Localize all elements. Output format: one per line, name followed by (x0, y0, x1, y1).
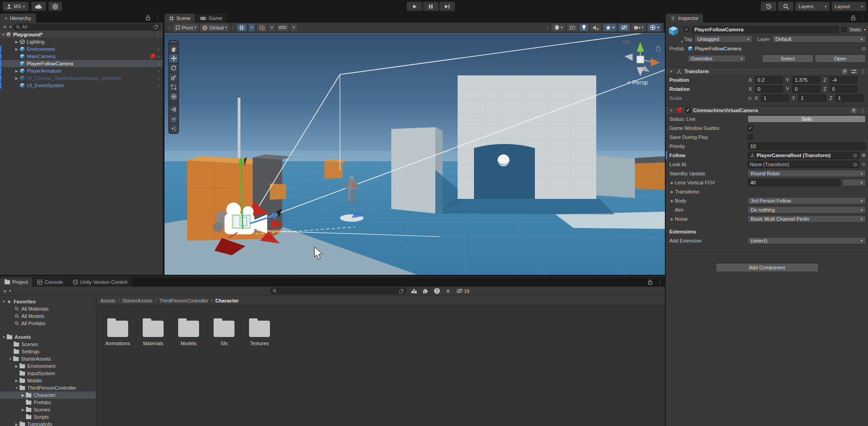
gizmos-dropdown[interactable]: ▾ (648, 24, 661, 31)
foldout-expanded-icon[interactable]: ▼ (14, 386, 20, 390)
tag-dropdown[interactable]: Untagged▾ (694, 35, 753, 43)
kebab-icon[interactable]: ⋮ (155, 32, 160, 38)
lookat-object-field[interactable]: None (Transform) ⊙ (748, 161, 859, 168)
foldout-collapsed-icon[interactable]: ▶ (14, 379, 20, 383)
component-enabled-checkbox[interactable]: ✓ (685, 108, 691, 113)
tab-inspector[interactable]: i Inspector (666, 14, 703, 23)
rotate-tool-button[interactable] (169, 64, 178, 72)
cloud-button[interactable] (31, 2, 46, 11)
prefab-open-button[interactable]: Open (815, 54, 866, 63)
aim-dropdown[interactable]: Do nothing▾ (748, 206, 866, 213)
gameobject-icon-holder[interactable]: ▾ (668, 25, 682, 43)
foldout-expanded-icon[interactable]: ▼ (1, 300, 7, 304)
tree-scripts[interactable]: Scripts (0, 413, 96, 421)
chevron-down-icon[interactable]: ▾ (864, 28, 866, 32)
scale-tool-button[interactable] (169, 73, 178, 82)
gameobject-name-field[interactable] (692, 26, 839, 33)
add-object-button[interactable]: ＋ (2, 23, 8, 31)
asset-folder-models[interactable]: Models (174, 317, 203, 346)
cinemachine-component-header[interactable]: ▼ ✓ CinemachineVirtualCamera ? ⋮ (666, 106, 868, 114)
position-x-field[interactable] (755, 76, 783, 84)
toolbar-grip[interactable]: ∥ (168, 25, 170, 30)
tree-favorites[interactable]: ▼ ★ Favorites (0, 298, 96, 305)
tab-hierarchy[interactable]: ≡ Hierarchy (0, 14, 36, 23)
ruler-toggle[interactable] (277, 24, 289, 31)
scale-y-field[interactable] (798, 94, 826, 102)
foldout-collapsed-icon[interactable]: ▶ (20, 393, 26, 397)
effects-toggle[interactable]: ▾ (603, 24, 617, 31)
tree-inputsystem[interactable]: InputSystem (0, 370, 96, 377)
foldout-collapsed-icon[interactable]: ▶ (669, 199, 675, 203)
foldout-expanded-icon[interactable]: ▼ (668, 69, 674, 74)
warnings-filter-icon[interactable]: ! (434, 288, 440, 294)
orientation-dropdown[interactable]: Global▾ (200, 24, 229, 31)
game-window-guides-checkbox[interactable]: ✓ (748, 125, 753, 131)
asset-folder-textures[interactable]: Textures (245, 317, 274, 346)
hierarchy-row-lighting[interactable]: ▶ Lighting (0, 38, 163, 45)
overrides-dropdown[interactable]: Overrides▾ (688, 55, 746, 62)
tree-environment[interactable]: ▶ Environment (0, 362, 96, 370)
lock-icon[interactable] (648, 279, 653, 285)
custom-tool-button-1[interactable] (169, 105, 178, 114)
body-dropdown[interactable]: 3rd Person Follow▾ (748, 197, 866, 204)
rotation-x-field[interactable] (755, 85, 783, 93)
camera-settings-dropdown[interactable]: ▾ (632, 24, 646, 31)
asset-folder-sfx[interactable]: Sfx (210, 317, 239, 346)
tab-unity-version-control[interactable]: Unity Version Control (68, 277, 132, 287)
asset-folder-animations[interactable]: Animations (103, 317, 132, 346)
noise-dropdown[interactable]: Basic Multi Channel Perlin▾ (748, 215, 866, 223)
target-picker-icon[interactable]: ⊙ (853, 162, 857, 168)
toolbar-grip[interactable]: ∥ (546, 25, 549, 30)
kebab-icon[interactable]: ⋮ (860, 15, 865, 20)
position-y-field[interactable] (792, 76, 820, 84)
asset-folder-materials[interactable]: Materials (139, 317, 168, 346)
foldout-collapsed-icon[interactable]: ▶ (20, 408, 26, 412)
hierarchy-row-maincamera[interactable]: MainCamera › (0, 53, 163, 60)
static-checkbox[interactable] (841, 27, 847, 32)
tree-scenes[interactable]: Scenes (0, 341, 96, 348)
scale-z-field[interactable] (835, 94, 863, 102)
chevron-right-icon[interactable]: › (158, 46, 160, 52)
audio-mute-toggle[interactable] (590, 24, 601, 31)
hierarchy-row-uicanvas[interactable]: ▶ UI_Canvas_StarterAssetsInputs_Joystick… (0, 74, 163, 82)
foldout-collapsed-icon[interactable]: ▶ (669, 181, 675, 185)
chevron-right-icon[interactable]: › (158, 68, 160, 74)
prefab-name[interactable]: PlayerFollowCamera (695, 46, 741, 51)
step-button[interactable] (439, 2, 455, 11)
add-asset-button[interactable]: ＋ (2, 287, 8, 295)
rotation-z-field[interactable] (829, 85, 858, 93)
active-checkbox[interactable]: ✓ (684, 27, 689, 32)
help-icon[interactable]: ? (851, 108, 857, 114)
undo-history-button[interactable] (761, 2, 776, 11)
ruler-dropdown[interactable]: ▾ (290, 24, 297, 31)
standby-update-dropdown[interactable]: Round Robin▾ (748, 170, 866, 177)
global-search-button[interactable] (778, 2, 793, 11)
kebab-icon[interactable]: ⋮ (860, 69, 865, 74)
gear-icon[interactable]: ⚙ (861, 153, 866, 159)
constrain-proportions-icon[interactable]: ⊘ (748, 95, 752, 101)
scene-viewport[interactable]: < Persp (165, 33, 665, 275)
pause-button[interactable] (423, 2, 439, 11)
foldout-collapsed-icon[interactable]: ▶ (14, 40, 20, 44)
hierarchy-row-playerfollowcamera[interactable]: PlayerFollowCamera › (0, 60, 163, 67)
transform-component-header[interactable]: ▼ Transform ? ⋮ (666, 67, 868, 75)
lighting-toggle[interactable] (579, 24, 589, 31)
foldout-collapsed-icon[interactable]: ▶ (14, 69, 20, 73)
chevron-right-icon[interactable]: › (158, 75, 160, 81)
snap-increment-dropdown[interactable]: ▾ (269, 24, 275, 31)
hierarchy-row-uieventsystem[interactable]: UI_EventSystem › (0, 82, 163, 89)
grid-snap-dropdown[interactable]: ▾ (249, 24, 255, 31)
open-window-icon[interactable] (399, 289, 404, 293)
position-z-field[interactable] (829, 76, 858, 84)
foldout-expanded-icon[interactable]: ▼ (7, 357, 13, 361)
rotation-y-field[interactable] (792, 85, 820, 93)
chevron-down-icon[interactable]: ▾ (9, 289, 11, 293)
chevron-right-icon[interactable]: › (158, 83, 160, 88)
foldout-collapsed-icon[interactable]: ▶ (14, 76, 20, 80)
search-by-type-icon[interactable] (411, 288, 417, 294)
rect-tool-button[interactable] (169, 83, 178, 91)
search-by-label-icon[interactable] (423, 288, 429, 294)
snap-increment-toggle[interactable] (257, 24, 267, 31)
shading-mode-dropdown[interactable]: ▾ (551, 24, 565, 31)
fov-preset-dropdown[interactable]: ▾ (842, 179, 866, 186)
